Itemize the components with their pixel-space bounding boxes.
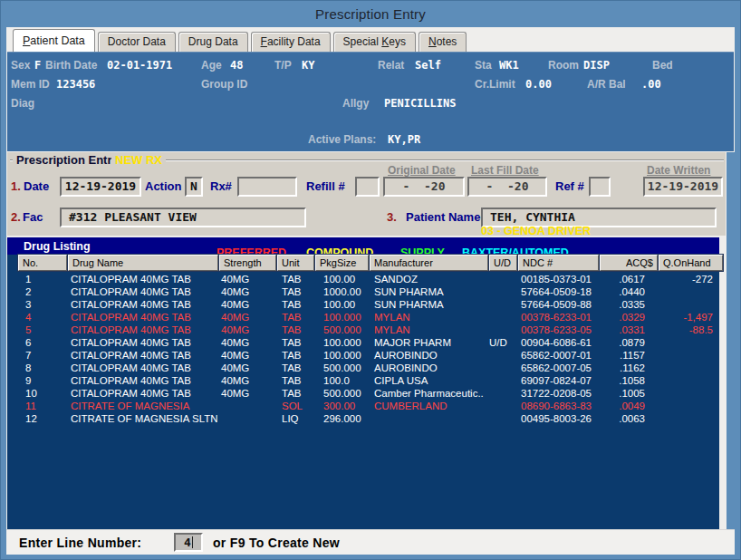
cell-ud — [484, 323, 512, 336]
tab-bar: Patient DataDoctor DataDrug DataFacility… — [13, 29, 469, 52]
cell-drug-name: CITALOPRAM 40MG TAB — [67, 285, 217, 298]
tab-drug-data[interactable]: Drug Data — [178, 32, 248, 52]
driver-note: 03 - GENOA DRIVER — [481, 225, 591, 237]
titlebar: Prescription Entry — [0, 0, 741, 27]
cell-drug-name: CITALOPRAM 40MG TAB — [67, 273, 217, 285]
facility-field[interactable]: #312 PLEASANT VIEW — [60, 208, 306, 227]
cell-pkgsize: 100.000 — [312, 349, 365, 362]
table-row[interactable]: 7 CITALOPRAM 40MG TAB 40MG TAB 100.000 A… — [18, 349, 715, 362]
cell-no: 4 — [18, 311, 67, 323]
cell-acq: .0063 — [592, 412, 650, 425]
cell-drug-name: CITALOPRAM 40MG TAB — [67, 362, 217, 374]
rx-status-badge: NEW RX — [111, 153, 166, 167]
cell-no: 8 — [18, 362, 67, 374]
cell-manufacturer: CIPLA USA — [365, 374, 484, 387]
column-manufacturer: Manufacturer — [370, 255, 488, 271]
cell-no: 7 — [18, 349, 67, 362]
sex-value: F — [34, 59, 41, 72]
table-row[interactable]: 10 CITALOPRAM 40MG TAB 40MG TAB 500.000 … — [18, 387, 715, 400]
cell-strength — [217, 412, 274, 425]
date-field[interactable]: 12-19-2019 — [60, 177, 141, 197]
cell-unit: TAB — [274, 273, 312, 285]
cell-ndc: 65862-0007-05 — [512, 362, 592, 374]
table-row[interactable]: 11 CITRATE OF MAGNESIA SOL 300.00 CUMBER… — [18, 400, 715, 412]
table-row[interactable]: 1 CITALOPRAM 40MG TAB 40MG TAB 100.00 SA… — [18, 273, 715, 285]
tab-patient-data[interactable]: Patient Data — [13, 29, 95, 52]
cell-ndc: 65862-0007-01 — [512, 349, 592, 362]
cell-ndc: 57664-0509-18 — [512, 285, 592, 298]
cell-ud — [484, 362, 512, 374]
table-row[interactable]: 3 CITALOPRAM 40MG TAB 40MG TAB 100.00 SU… — [18, 298, 715, 311]
ar-bal-label: A/R Bal — [587, 78, 626, 91]
birth-date-value: 02-01-1971 — [107, 59, 172, 72]
column-unit: Unit — [277, 255, 314, 271]
mem-id-label: Mem ID — [11, 78, 50, 91]
cell-acq: .1162 — [592, 362, 650, 374]
active-plans-value: KY,PR — [388, 133, 420, 146]
cell-manufacturer: CUMBERLAND — [365, 400, 484, 412]
date-written-label: Date Written — [647, 164, 710, 177]
cell-no: 5 — [18, 323, 67, 336]
room-value: DISP — [583, 59, 610, 72]
table-row[interactable]: 5 CITALOPRAM 40MG TAB 40MG TAB 500.000 M… — [18, 323, 715, 336]
refill-field[interactable] — [355, 177, 380, 197]
column-qonhand: Q.OnHand — [659, 255, 723, 271]
tab-notes[interactable]: Notes — [419, 32, 467, 52]
cell-qonhand — [650, 349, 715, 362]
line-number-input[interactable]: 4 — [174, 533, 203, 552]
cell-no: 1 — [18, 273, 67, 285]
cell-qonhand — [650, 387, 715, 400]
drug-listing-section: Drug Listing PREFERREDCOMPOUNDSUPPLYBAXT… — [7, 237, 719, 529]
cell-drug-name: CITALOPRAM 40MG TAB — [67, 349, 217, 362]
cell-ndc: 00378-6233-01 — [512, 311, 592, 323]
table-row[interactable]: 9 CITALOPRAM 40MG TAB 40MG TAB 100.0 CIP… — [18, 374, 715, 387]
line-number-prompt: Enter Line Number: — [19, 536, 141, 550]
cell-acq: .0331 — [592, 323, 650, 336]
cell-ndc: 00495-8003-26 — [512, 412, 592, 425]
tab-facility-data[interactable]: Facility Data — [251, 32, 331, 52]
cell-unit: TAB — [274, 323, 312, 336]
action-field[interactable]: N — [185, 177, 203, 197]
ref-number-field[interactable] — [589, 177, 611, 197]
patient-number: 3. — [387, 210, 397, 224]
prescription-entry-window: Prescription Entry Patient DataDoctor Da… — [0, 0, 741, 560]
cell-manufacturer: MYLAN — [365, 311, 484, 323]
cell-ud — [484, 349, 512, 362]
table-row[interactable]: 6 CITALOPRAM 40MG TAB 40MG TAB 100.000 M… — [18, 336, 715, 349]
cell-pkgsize: 100.0 — [312, 374, 365, 387]
cell-no: 12 — [18, 412, 67, 425]
cell-drug-name: CITALOPRAM 40MG TAB — [67, 323, 217, 336]
line-number-value: 4 — [184, 536, 191, 549]
cell-no: 2 — [18, 285, 67, 298]
age-value: 48 — [230, 59, 243, 72]
footer-bar: Enter Line Number: 4 or F9 To Create New — [6, 529, 735, 555]
cell-acq: .1058 — [592, 374, 650, 387]
cell-ud: U/D — [484, 336, 512, 349]
sta-label: Sta — [475, 59, 492, 72]
table-row[interactable]: 12 CITRATE OF MAGNESIA SLTN CHE... LIQ 2… — [18, 412, 715, 425]
tab-special-keys[interactable]: Special Keys — [333, 32, 416, 52]
tab-doctor-data[interactable]: Doctor Data — [98, 32, 176, 52]
diag-label: Diag — [11, 97, 34, 110]
table-row[interactable]: 8 CITALOPRAM 40MG TAB 40MG TAB 500.000 A… — [18, 362, 715, 374]
cell-manufacturer: SUN PHARMA — [365, 298, 484, 311]
cell-unit: TAB — [274, 362, 312, 374]
cell-qonhand: -1,497 — [650, 311, 715, 323]
cell-acq: .0049 — [592, 400, 650, 412]
drug-table-body: 1 CITALOPRAM 40MG TAB 40MG TAB 100.00 SA… — [18, 273, 715, 425]
relat-label: Relat — [378, 59, 404, 72]
cell-manufacturer: MAJOR PHARM — [365, 336, 484, 349]
cell-qonhand — [650, 374, 715, 387]
relat-value: Self — [415, 59, 441, 72]
original-date-field: - -20 — [383, 177, 465, 197]
cell-ndc: 00378-6233-05 — [512, 323, 592, 336]
cell-ndc: 08690-6863-83 — [512, 400, 592, 412]
age-label: Age — [201, 59, 222, 72]
rx-number-field[interactable] — [237, 177, 297, 197]
cell-no: 6 — [18, 336, 67, 349]
table-row[interactable]: 4 CITALOPRAM 40MG TAB 40MG TAB 100.000 M… — [18, 311, 715, 323]
right-filler-strip — [726, 152, 735, 529]
room-label: Room — [548, 59, 579, 72]
cell-no: 9 — [18, 374, 67, 387]
table-row[interactable]: 2 CITALOPRAM 40MG TAB 40MG TAB 1000.00 S… — [18, 285, 715, 298]
